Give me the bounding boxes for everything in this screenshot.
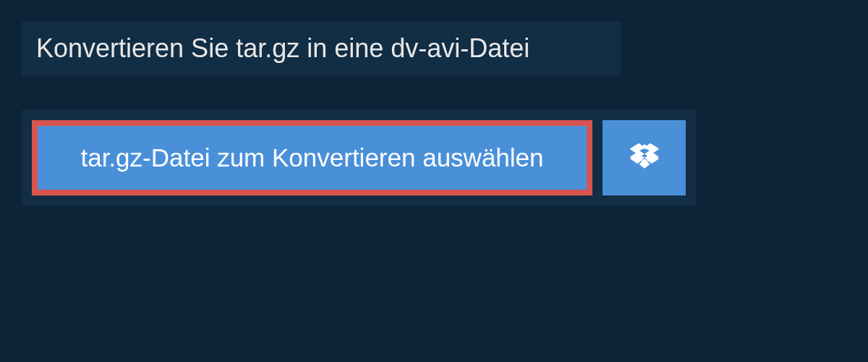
main-container: Konvertieren Sie tar.gz in eine dv-avi-D… [0, 0, 868, 227]
upload-panel: tar.gz-Datei zum Konvertieren auswählen [22, 110, 696, 206]
select-file-button[interactable]: tar.gz-Datei zum Konvertieren auswählen [32, 120, 592, 195]
dropbox-button[interactable] [603, 120, 686, 195]
header-bar: Konvertieren Sie tar.gz in eine dv-avi-D… [22, 22, 621, 75]
dropbox-icon [630, 142, 659, 174]
page-title: Konvertieren Sie tar.gz in eine dv-avi-D… [36, 33, 606, 64]
select-file-label: tar.gz-Datei zum Konvertieren auswählen [80, 143, 543, 172]
